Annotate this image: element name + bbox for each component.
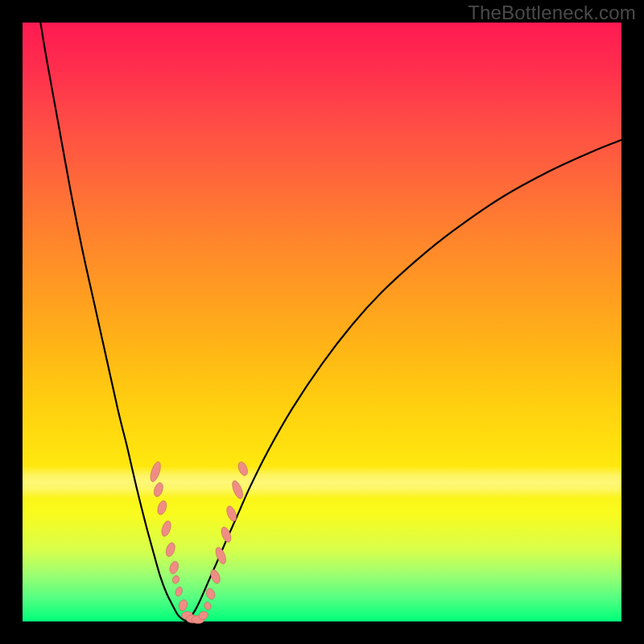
chart-frame: TheBottleneck.com bbox=[0, 0, 644, 644]
bead-marker bbox=[160, 520, 173, 538]
bead-marker bbox=[171, 575, 180, 584]
bead-marker bbox=[203, 601, 212, 611]
bead-marker bbox=[164, 542, 176, 558]
bead-marker bbox=[168, 560, 180, 575]
watermark-text: TheBottleneck.com bbox=[468, 2, 636, 24]
curve-layer bbox=[23, 23, 621, 621]
bead-marker bbox=[177, 599, 188, 612]
bead-marker bbox=[214, 546, 229, 565]
bead-marker bbox=[152, 481, 164, 497]
bead-marker bbox=[148, 460, 163, 483]
bead-marker bbox=[204, 587, 217, 601]
bead-marker bbox=[237, 460, 250, 477]
bead-marker bbox=[175, 586, 184, 597]
bead-marker bbox=[156, 500, 168, 516]
curve-right-curve bbox=[188, 140, 621, 621]
bead-marker bbox=[230, 479, 245, 500]
